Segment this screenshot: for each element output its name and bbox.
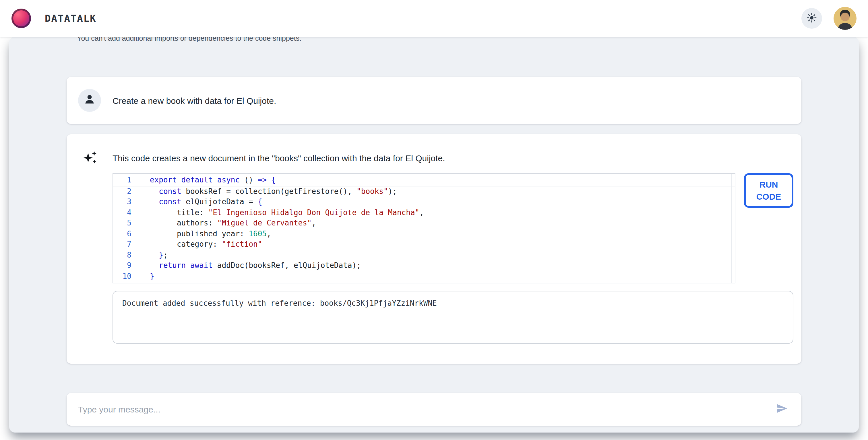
code-line: 5 authors: "Miguel de Cervantes", (113, 218, 735, 229)
assistant-message-header: This code creates a new document in the … (79, 146, 794, 169)
line-number: 3 (113, 197, 138, 207)
code-line: 4 title: "El Ingenioso Hidalgo Don Quijo… (113, 207, 735, 218)
code-line: 6 published_year: 1605, (113, 229, 735, 239)
user-message-avatar (78, 89, 101, 112)
user-avatar[interactable] (834, 7, 857, 30)
user-message-text: Create a new book with data for El Quijo… (113, 96, 276, 105)
send-button[interactable] (774, 402, 790, 417)
app: DATATALK Y (0, 0, 868, 440)
line-number: 1 (113, 175, 138, 185)
brand: DATATALK (11, 9, 96, 28)
sun-icon (807, 12, 817, 24)
line-number: 5 (113, 218, 138, 229)
line-number: 9 (113, 261, 138, 271)
message-composer (67, 393, 801, 426)
sparkles-icon (79, 146, 102, 169)
send-icon (775, 403, 789, 416)
message-input[interactable] (78, 404, 767, 414)
header: DATATALK (0, 0, 868, 37)
line-number: 7 (113, 239, 138, 250)
code-lines: 1export default async () => {2 const boo… (113, 175, 735, 282)
notice-text: You can't add additional imports or depe… (77, 37, 801, 42)
line-number: 6 (113, 229, 138, 239)
code-line: 1export default async () => { (113, 175, 735, 186)
code-line: 9 return await addDoc(booksRef, elQuijot… (113, 261, 735, 271)
line-number: 10 (113, 271, 138, 282)
app-logo-icon (11, 9, 31, 28)
line-number: 4 (113, 207, 138, 218)
code-row: 1export default async () => {2 const boo… (113, 173, 794, 283)
code-line: 7 category: "fiction" (113, 239, 735, 250)
app-title: DATATALK (45, 12, 96, 24)
header-actions (801, 7, 857, 30)
chat-panel: You can't add additional imports or depe… (9, 37, 859, 433)
assistant-message-text: This code creates a new document in the … (113, 153, 445, 163)
code-line: 10} (113, 271, 735, 282)
code-line: 2 const booksRef = collection(getFiresto… (113, 186, 735, 197)
user-message-card: Create a new book with data for El Quijo… (67, 77, 801, 124)
line-number: 8 (113, 250, 138, 261)
code-output: Document added successfully with referen… (113, 291, 794, 344)
run-code-button[interactable]: RUN CODE (744, 173, 794, 208)
theme-toggle-button[interactable] (801, 8, 822, 29)
assistant-message-card: This code creates a new document in the … (67, 134, 801, 364)
code-editor[interactable]: 1export default async () => {2 const boo… (113, 173, 735, 283)
chat-content: You can't add additional imports or depe… (67, 37, 801, 426)
line-number: 2 (113, 186, 138, 197)
code-line: 8 }; (113, 250, 735, 261)
code-line: 3 const elQuijoteData = { (113, 197, 735, 207)
person-icon (83, 93, 96, 108)
